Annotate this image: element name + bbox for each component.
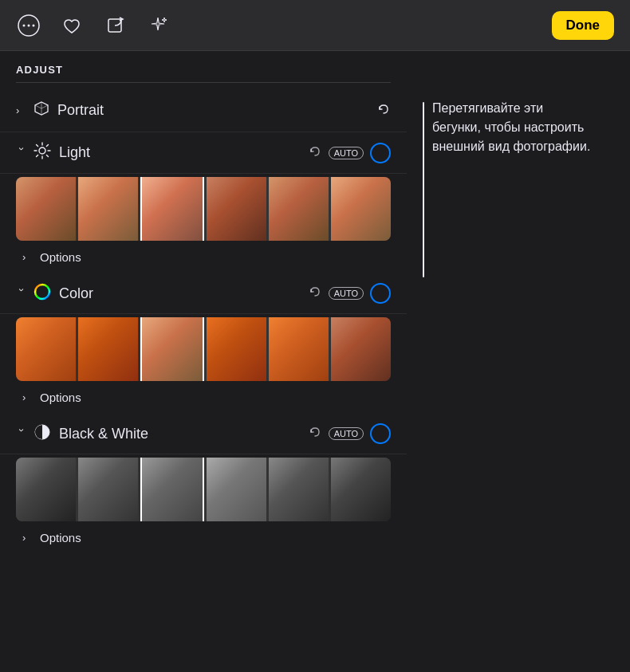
bw-chevron: › bbox=[16, 428, 28, 439]
svg-point-1 bbox=[23, 24, 26, 26]
color-chevron: › bbox=[16, 288, 28, 299]
favorites-button[interactable] bbox=[59, 13, 85, 38]
light-thumb-2[interactable] bbox=[78, 177, 138, 241]
svg-point-3 bbox=[33, 24, 35, 26]
color-thumb-4[interactable] bbox=[207, 317, 266, 381]
color-options-label: Options bbox=[40, 391, 81, 404]
color-auto-badge[interactable]: AUTO bbox=[329, 287, 364, 300]
bw-options-row[interactable]: › Options bbox=[0, 525, 407, 554]
bracket-line bbox=[423, 102, 424, 277]
main-content: ADJUST › Portrait › bbox=[0, 51, 630, 672]
bw-options-chevron: › bbox=[22, 532, 33, 544]
bw-thumb-2[interactable] bbox=[78, 458, 138, 521]
svg-line-12 bbox=[46, 145, 48, 147]
bw-section-header[interactable]: › Black & White AUTO bbox=[0, 414, 407, 454]
light-options-label: Options bbox=[40, 250, 81, 264]
portrait-section[interactable]: › Portrait bbox=[0, 89, 407, 132]
panel-title: ADJUST bbox=[0, 51, 407, 82]
svg-line-10 bbox=[37, 145, 38, 147]
bw-auto-badge[interactable]: AUTO bbox=[329, 427, 364, 440]
svg-line-13 bbox=[37, 155, 38, 156]
svg-point-5 bbox=[39, 147, 45, 154]
toolbar: Done bbox=[0, 0, 630, 51]
bw-icon bbox=[33, 423, 51, 444]
bw-controls: AUTO bbox=[308, 423, 391, 444]
svg-line-11 bbox=[46, 155, 48, 156]
light-label: Light bbox=[59, 144, 308, 161]
bw-thumb-4[interactable] bbox=[207, 458, 266, 521]
bw-thumb-3[interactable] bbox=[140, 458, 203, 521]
bw-reset-icon[interactable] bbox=[308, 425, 322, 442]
bracket-tooltip: Перетягивайте эти бегунки, чтобы настрои… bbox=[423, 99, 592, 277]
color-options-row[interactable]: › Options bbox=[0, 384, 407, 414]
light-auto-badge[interactable]: AUTO bbox=[329, 147, 364, 159]
enhance-button[interactable] bbox=[145, 13, 171, 38]
panel-divider bbox=[16, 82, 391, 83]
bw-toggle[interactable] bbox=[370, 423, 391, 444]
bw-filmstrip-container bbox=[0, 454, 407, 525]
bw-filmstrip[interactable] bbox=[16, 458, 391, 521]
right-panel: Перетягивайте эти бегунки, чтобы настрои… bbox=[407, 51, 630, 672]
color-toggle[interactable] bbox=[370, 283, 391, 304]
color-thumb-1[interactable] bbox=[16, 317, 76, 381]
portrait-chevron: › bbox=[16, 104, 27, 116]
light-thumb-1[interactable] bbox=[16, 177, 76, 241]
color-filmstrip-container bbox=[0, 314, 407, 384]
svg-point-14 bbox=[35, 285, 49, 299]
light-thumb-4[interactable] bbox=[207, 177, 266, 241]
bw-thumb-5[interactable] bbox=[269, 458, 329, 521]
bw-thumb-6[interactable] bbox=[331, 458, 391, 521]
light-toggle[interactable] bbox=[370, 143, 391, 163]
portrait-icon bbox=[33, 100, 49, 120]
light-chevron: › bbox=[16, 147, 28, 159]
color-thumb-3[interactable] bbox=[140, 317, 203, 381]
color-thumb-2[interactable] bbox=[78, 317, 138, 381]
portrait-label: Portrait bbox=[57, 102, 376, 119]
svg-point-2 bbox=[28, 24, 30, 26]
light-reset-icon[interactable] bbox=[308, 144, 322, 162]
light-controls: AUTO bbox=[308, 143, 391, 163]
toolbar-left-icons bbox=[16, 13, 171, 38]
light-options-row[interactable]: › Options bbox=[0, 244, 407, 273]
light-section-header[interactable]: › Light bbox=[0, 132, 407, 174]
color-filmstrip[interactable] bbox=[16, 317, 391, 381]
light-options-chevron: › bbox=[22, 251, 33, 263]
done-button[interactable]: Done bbox=[552, 11, 615, 40]
more-button[interactable] bbox=[16, 13, 41, 38]
color-reset-icon[interactable] bbox=[308, 285, 322, 302]
crop-button[interactable] bbox=[102, 13, 128, 38]
light-filmstrip-container bbox=[0, 174, 407, 244]
color-controls: AUTO bbox=[308, 283, 391, 304]
light-thumb-6[interactable] bbox=[331, 177, 391, 241]
bw-thumb-1[interactable] bbox=[16, 458, 76, 521]
light-thumb-3[interactable] bbox=[140, 177, 203, 241]
light-thumb-5[interactable] bbox=[269, 177, 329, 241]
light-filmstrip[interactable] bbox=[16, 177, 391, 241]
color-icon bbox=[33, 283, 51, 304]
light-icon bbox=[33, 142, 51, 163]
color-section-header[interactable]: › Color bbox=[0, 273, 407, 314]
bw-label: Black & White bbox=[59, 426, 308, 442]
bw-options-label: Options bbox=[40, 531, 81, 544]
tooltip-text: Перетягивайте эти бегунки, чтобы настрои… bbox=[432, 99, 592, 156]
color-thumb-6[interactable] bbox=[331, 317, 391, 381]
color-thumb-5[interactable] bbox=[269, 317, 329, 381]
portrait-reset-icon[interactable] bbox=[376, 102, 391, 120]
color-label: Color bbox=[59, 285, 308, 302]
color-options-chevron: › bbox=[22, 391, 33, 403]
adjust-panel: ADJUST › Portrait › bbox=[0, 51, 407, 672]
